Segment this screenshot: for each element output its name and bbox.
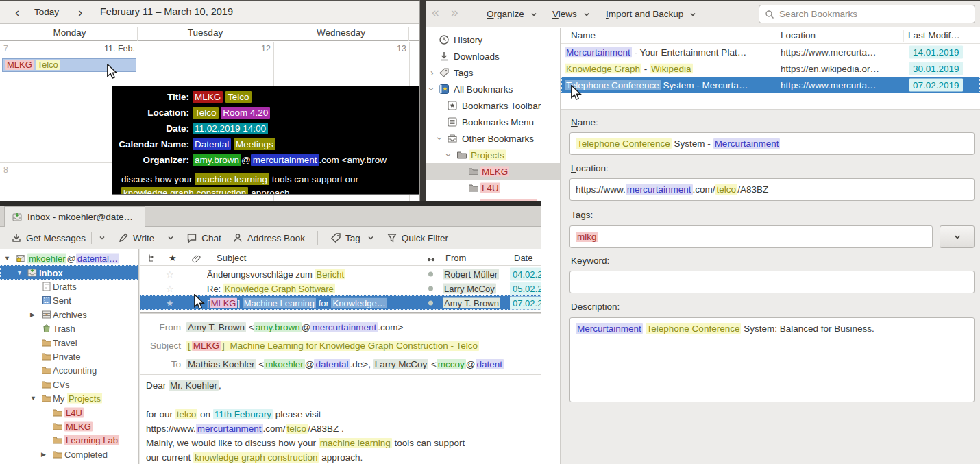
sidebar-item-history[interactable]: History [426,32,560,48]
folder-inbox[interactable]: ▼ Inbox [0,265,138,280]
mail-tab-inbox[interactable]: Inbox - mkoehler@date… [4,206,145,227]
keyword-input[interactable] [569,271,975,293]
tooltip-organizer-label: Organizer: [112,153,189,169]
column-header-subject[interactable]: Subject [217,253,246,263]
expander-icon[interactable]: ▼ [4,255,10,262]
thread-column-icon[interactable] [147,254,156,263]
inbox-icon [12,212,23,223]
chevron-down-icon [529,10,539,19]
bookmark-row-telephone-conference[interactable]: Telephone Conference System - Mercurta… … [561,77,980,93]
description-textarea[interactable]: Mercurtainment Telephone Conference Syst… [569,317,975,402]
import-and-backup-menu-button[interactable]: Import and Backup [606,1,698,27]
folder-icon [456,149,467,160]
sidebar-item-l4u-folder[interactable]: L4U [426,180,560,196]
star-icon[interactable]: ☆ [166,269,174,279]
inbox-icon [27,267,38,278]
mail-window: Inbox - mkoehler@date… Get Messages Writ… [0,201,541,464]
folder-icon [52,421,63,432]
folder-archives[interactable]: ▶ Archives [0,308,138,322]
folder-accounting[interactable]: Accounting [0,363,138,378]
read-status-dot[interactable] [428,271,433,276]
expander-icon[interactable]: › [428,88,435,91]
preview-subject-label: Subject [140,341,181,351]
expander-icon[interactable]: › [437,137,443,141]
tags-input[interactable]: mlkg [569,225,933,248]
folder-travel[interactable]: Travel [0,335,138,350]
cell-date-12: 12 [138,44,271,53]
calendar-forward-button[interactable]: › [78,4,82,21]
attachment-column-icon[interactable] [192,254,201,263]
expander-icon[interactable]: ▼ [16,269,23,276]
folder-sent[interactable]: Sent [0,293,138,308]
tags-dropdown-button[interactable] [940,225,975,248]
quick-filter-button[interactable]: Quick Filter [381,230,454,246]
sidebar-item-bookmarks-menu[interactable]: Bookmarks Menu [426,114,560,130]
chat-button[interactable]: Chat [181,230,227,246]
archives-icon [41,309,52,320]
desktop: ‹ Today › February 11 – March 10, 2019 M… [0,0,980,464]
message-list-pane: ★ Subject From Date ☆ Änderungsvorschläg… [140,249,541,464]
tag-icon [330,232,341,243]
bookmark-row-mercurtainment[interactable]: Mercurtainment - Your Entertainment Plat… [561,44,980,60]
sidebar-item-all-bookmarks[interactable]: › All Bookmarks [426,81,560,97]
day-header-monday: Monday [2,27,138,41]
calendar-event-mlkg-telco[interactable]: MLKG Telco [2,58,136,72]
folder-trash[interactable]: Trash [0,321,138,336]
sidebar-item-tags[interactable]: › Tags [426,64,560,81]
search-bookmarks-input[interactable]: Search Bookmarks [759,5,975,23]
day-header-tuesday: Tuesday [138,27,273,41]
star-icon[interactable]: ★ [166,297,174,308]
location-input[interactable]: https://www.mercurtainment.com/telco/A83… [569,178,975,201]
expander-icon[interactable]: ▶ [30,311,35,318]
folder-mlkg[interactable]: MLKG [0,419,138,434]
column-header-last-modified[interactable]: Last Modif… [908,30,960,40]
mail-tab-bar: Inbox - mkoehler@date… [0,206,541,227]
calendar-back-button[interactable]: ‹ [15,4,19,21]
read-column-icon[interactable] [426,255,436,265]
expander-icon[interactable]: ▶ [41,451,46,458]
folder-l4u[interactable]: L4U [0,405,138,419]
folder-account[interactable]: ▼ mkoehler@datental… [0,252,138,266]
calendar-today-button[interactable]: Today [34,7,59,17]
folder-completed[interactable]: ▶ Completed [0,448,138,462]
history-back-button[interactable]: « [432,5,439,20]
folder-cvs[interactable]: CVs [0,378,138,392]
folder-learning-lab[interactable]: Learning Lab [0,433,138,448]
column-header-name[interactable]: Name [571,30,596,40]
write-button[interactable]: Write [112,229,181,247]
sidebar-item-downloads[interactable]: Downloads [426,48,560,64]
tag-button[interactable]: Tag [325,229,381,247]
star-icon[interactable]: ☆ [166,283,174,293]
sidebar-item-projects-folder[interactable]: › Projects [426,147,560,163]
message-row-3-selected[interactable]: ★ [MLKG] Machine Learning for Knowledge…… [140,295,541,310]
message-row-2[interactable]: ☆ Re: Knowledge Graph Software Larry McC… [140,281,541,295]
views-menu-button[interactable]: Views [552,1,591,27]
expander-icon[interactable]: › [430,69,434,76]
column-header-location[interactable]: Location [781,30,816,40]
preview-to-value: Mathias Koehler <mkoehler@datental.de>, … [186,359,504,369]
sidebar-item-bookmarks-toolbar[interactable]: Bookmarks Toolbar [426,97,560,114]
folder-drafts[interactable]: Drafts [0,280,138,294]
bookmark-row-knowledge-graph[interactable]: Knowledge Graph - Wikipedia https://en.w… [561,60,980,77]
all-bookmarks-icon [439,84,450,95]
read-status-dot[interactable] [428,300,433,305]
message-row-1[interactable]: ☆ Änderungsvorschläge zum Bericht Robert… [140,267,541,281]
column-header-from[interactable]: From [445,253,466,263]
search-icon [765,10,774,19]
address-book-button[interactable]: Address Book [227,230,310,246]
history-forward-button[interactable]: » [451,5,458,20]
column-header-date[interactable]: Date [514,253,532,263]
message-date: 04.02.2019 [510,267,541,280]
folder-my-projects[interactable]: ▼ My Projects [0,391,138,406]
sidebar-item-mlkg-folder[interactable]: MLKG [426,163,560,180]
bookmark-list-columns: Name Location Last Modif… [561,29,980,44]
sidebar-item-other-bookmarks[interactable]: › Other Bookmarks [426,130,560,147]
folder-private[interactable]: Private [0,350,138,364]
expander-icon[interactable]: ▼ [30,395,36,402]
name-input[interactable]: Telephone Conference System - Mercurtain… [569,132,975,155]
star-column-icon[interactable]: ★ [169,253,177,263]
expander-icon[interactable]: › [445,154,452,157]
read-status-dot[interactable] [428,286,433,291]
organize-menu-button[interactable]: Organize [487,1,539,27]
get-messages-button[interactable]: Get Messages [5,229,112,247]
